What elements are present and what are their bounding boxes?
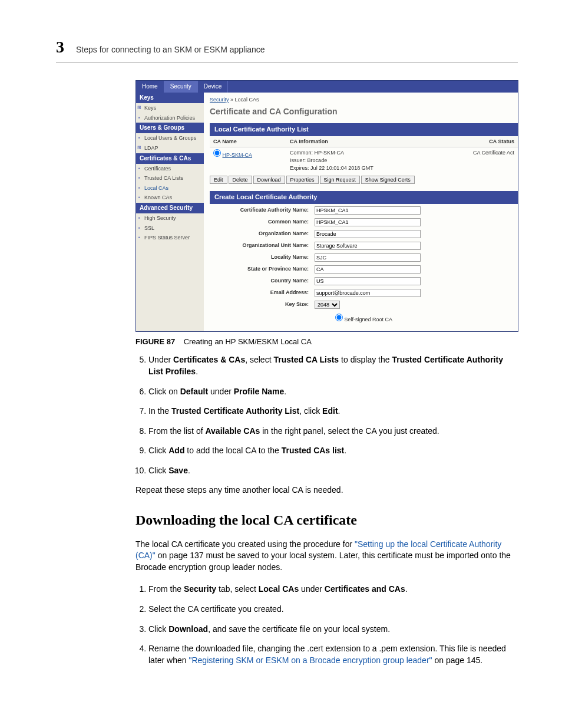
side-head-keys: Keys bbox=[136, 93, 204, 103]
ca-list-table: CA Name CA Information CA Status HP-SKM-… bbox=[210, 136, 518, 173]
figure-caption: FIGURE 87 Creating an HP SKM/ESKM Local … bbox=[135, 337, 518, 347]
side-item-ldap[interactable]: LDAP bbox=[136, 143, 204, 153]
step-item: From the list of Available CAs in the ri… bbox=[148, 426, 518, 437]
ca-status: CA Certificate Act bbox=[437, 147, 518, 173]
delete-button[interactable]: Delete bbox=[229, 176, 252, 184]
breadcrumb: Security » Local CAs bbox=[210, 96, 518, 104]
show-signed-button[interactable]: Show Signed Certs bbox=[361, 176, 415, 184]
create-ca-form: Certificate Authority Name: Common Name:… bbox=[210, 204, 424, 311]
input-org-unit[interactable] bbox=[315, 242, 421, 250]
table-row[interactable]: HP-SKM-CA Common: HP-SKM-CA Issuer: Broc… bbox=[210, 147, 518, 173]
panel-head-list: Local Certificate Authority List bbox=[210, 123, 518, 136]
crumb-security[interactable]: Security bbox=[210, 97, 229, 103]
self-signed-radio[interactable] bbox=[335, 314, 343, 321]
page-header: 3 Steps for connecting to an SKM or ESKM… bbox=[56, 35, 518, 62]
side-item-keys[interactable]: Keys bbox=[136, 103, 204, 113]
chapter-title: Steps for connecting to an SKM or ESKM a… bbox=[76, 44, 265, 56]
chapter-number: 3 bbox=[56, 35, 64, 58]
ca-info-expires: Expires: Jul 22 10:01:04 2018 GMT bbox=[290, 164, 434, 172]
steps-list-2: From the Security tab, select Local CAs … bbox=[135, 584, 518, 666]
page-title: Certificate and CA Configuration bbox=[210, 106, 518, 118]
side-item-trusted-ca[interactable]: Trusted CA Lists bbox=[136, 173, 204, 183]
label-org-unit: Organizational Unit Name: bbox=[211, 241, 311, 251]
th-ca-info: CA Information bbox=[286, 136, 437, 147]
app-window: Home Security Device Keys Keys Authoriza… bbox=[135, 80, 518, 332]
step-item: Click Add to add the local CA to the Tru… bbox=[148, 445, 518, 457]
step-item: Rename the downloaded file, changing the… bbox=[148, 643, 518, 666]
properties-button[interactable]: Properties bbox=[286, 176, 319, 184]
repeat-note: Repeat these steps any time another loca… bbox=[135, 485, 518, 496]
step-item: Under Certificates & CAs, select Trusted… bbox=[148, 354, 518, 377]
select-key-size[interactable]: 2048 bbox=[315, 301, 340, 309]
self-signed-label: Self-signed Root CA bbox=[344, 317, 392, 322]
step-item: Select the CA certificate you created. bbox=[148, 604, 518, 615]
label-email: Email Address: bbox=[211, 288, 311, 298]
tab-home[interactable]: Home bbox=[136, 81, 164, 93]
side-item-fips[interactable]: FIPS Status Server bbox=[136, 233, 204, 243]
side-head-adv: Advanced Security bbox=[136, 203, 204, 213]
step-item: From the Security tab, select Local CAs … bbox=[148, 584, 518, 595]
side-head-users: Users & Groups bbox=[136, 123, 204, 133]
app-tab-bar: Home Security Device bbox=[136, 81, 518, 93]
ca-name-link[interactable]: HP-SKM-CA bbox=[223, 152, 253, 158]
download-button[interactable]: Download bbox=[253, 176, 285, 184]
label-key-size: Key Size: bbox=[211, 299, 311, 310]
tab-device[interactable]: Device bbox=[198, 81, 229, 93]
label-common-name: Common Name: bbox=[211, 217, 311, 228]
panel-head-create: Create Local Certificate Authority bbox=[210, 191, 518, 203]
label-state: State or Province Name: bbox=[211, 264, 311, 275]
tab-security[interactable]: Security bbox=[164, 81, 198, 93]
label-locality: Locality Name: bbox=[211, 252, 311, 263]
side-head-certs: Certificates & CAs bbox=[136, 153, 204, 164]
side-item-known-cas[interactable]: Known CAs bbox=[136, 193, 204, 203]
side-item-local-users[interactable]: Local Users & Groups bbox=[136, 133, 204, 143]
th-ca-status: CA Status bbox=[437, 136, 518, 147]
input-state[interactable] bbox=[315, 265, 421, 274]
sidebar: Keys Keys Authorization Policies Users &… bbox=[136, 93, 204, 331]
app-main: Security » Local CAs Certificate and CA … bbox=[204, 93, 518, 331]
step-item: Click Save. bbox=[148, 465, 518, 477]
radio-row: Self-signed Root CA bbox=[210, 311, 518, 326]
side-item-auth-policies[interactable]: Authorization Policies bbox=[136, 113, 204, 123]
step-item: Click on Default under Profile Name. bbox=[148, 386, 518, 398]
input-locality[interactable] bbox=[315, 253, 421, 262]
button-row: Edit Delete Download Properties Sign Req… bbox=[210, 176, 518, 184]
input-ca-name[interactable] bbox=[315, 206, 421, 215]
row-radio[interactable] bbox=[213, 149, 221, 157]
edit-button[interactable]: Edit bbox=[210, 176, 227, 184]
sign-request-button[interactable]: Sign Request bbox=[320, 176, 360, 184]
th-ca-name: CA Name bbox=[210, 136, 286, 147]
input-email[interactable] bbox=[315, 289, 421, 297]
label-ca-name: Certificate Authority Name: bbox=[211, 205, 311, 216]
figure-87: Home Security Device Keys Keys Authoriza… bbox=[135, 80, 518, 347]
input-org-name[interactable] bbox=[315, 230, 421, 238]
section-heading: Downloading the local CA certificate bbox=[135, 510, 518, 531]
input-country[interactable] bbox=[315, 277, 421, 285]
side-item-ssl[interactable]: SSL bbox=[136, 223, 204, 233]
side-item-high-sec[interactable]: High Security bbox=[136, 213, 204, 223]
label-country: Country Name: bbox=[211, 276, 311, 286]
input-common-name[interactable] bbox=[315, 218, 421, 226]
side-item-certs[interactable]: Certificates bbox=[136, 164, 204, 174]
step-item: In the Trusted Certificate Authority Lis… bbox=[148, 406, 518, 417]
side-item-local-cas[interactable]: Local CAs bbox=[136, 183, 204, 193]
ca-info-common: Common: HP-SKM-CA bbox=[290, 149, 434, 157]
label-org-name: Organization Name: bbox=[211, 229, 311, 239]
intro-para: The local CA certificate you created usi… bbox=[135, 539, 518, 574]
ca-info-issuer: Issuer: Brocade bbox=[290, 157, 434, 164]
steps-list-1: Under Certificates & CAs, select Trusted… bbox=[135, 354, 518, 476]
step-item: Click Download, and save the certificate… bbox=[148, 624, 518, 635]
